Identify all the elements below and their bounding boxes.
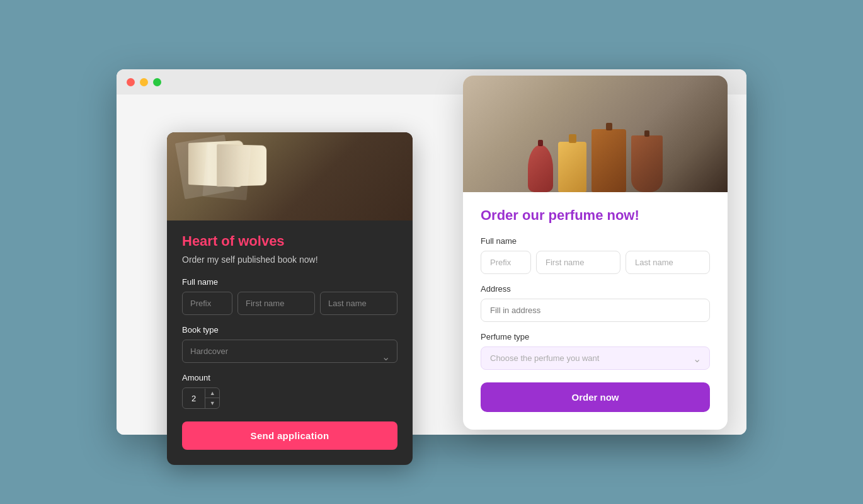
traffic-light-red[interactable] (127, 78, 135, 86)
perfume-firstname-input[interactable] (536, 251, 620, 274)
perfume-type-select[interactable]: Choose the perfume you want Floral Woody… (481, 346, 710, 370)
browser-window: Heart of wolves Order my self published … (117, 69, 746, 435)
perfume-address-input[interactable] (481, 299, 710, 322)
perfume-type-select-wrapper: Choose the perfume you want Floral Woody… (481, 346, 710, 370)
perfume-title: Order our perfume now! (481, 207, 710, 224)
bottle-3 (631, 135, 663, 192)
perfume-bottles-illustration (528, 129, 663, 192)
amount-stepper-buttons: ▲ ▼ (205, 388, 219, 408)
perfume-full-name-label: Full name (481, 236, 710, 246)
send-application-button[interactable]: Send application (182, 421, 397, 450)
traffic-light-yellow[interactable] (140, 78, 148, 86)
book-title: Heart of wolves (182, 233, 397, 249)
book-subtitle: Order my self published book now! (182, 255, 397, 265)
perfume-address-label: Address (481, 284, 710, 294)
book-type-select[interactable]: Hardcover Softcover (182, 340, 397, 363)
perfume-form-card: Order our perfume now! Full name Address… (463, 76, 728, 430)
amount-decrement-button[interactable]: ▼ (205, 398, 219, 408)
book-firstname-input[interactable] (237, 292, 315, 315)
traffic-light-green[interactable] (153, 78, 161, 86)
perfume-name-fields-group (481, 251, 710, 274)
book-lastname-input[interactable] (320, 292, 397, 315)
book-prefix-input[interactable] (182, 292, 232, 315)
bottle-2 (592, 129, 626, 192)
perfume-prefix-input[interactable] (481, 251, 531, 274)
bottle-1 (558, 142, 586, 192)
perfume-type-label: Perfume type (481, 332, 710, 341)
book-card-body: Heart of wolves Order my self published … (167, 220, 413, 465)
perfume-lastname-input[interactable] (626, 251, 710, 274)
book-form-card: Heart of wolves Order my self published … (167, 132, 413, 465)
book-card-image (167, 132, 413, 220)
browser-content: Heart of wolves Order my self published … (117, 94, 746, 435)
amount-value: 2 (183, 389, 205, 408)
amount-increment-button[interactable]: ▲ (205, 388, 219, 398)
book-type-select-wrapper: Hardcover Softcover (182, 340, 397, 373)
book-pages-illustration (186, 142, 249, 192)
book-type-label: Book type (182, 325, 397, 335)
name-fields-group (182, 292, 397, 315)
amount-stepper-group: 2 ▲ ▼ (182, 387, 220, 409)
perfume-card-image (463, 76, 728, 192)
amount-label: Amount (182, 373, 397, 382)
order-now-button[interactable]: Order now (481, 382, 710, 412)
bottle-4 (528, 145, 553, 192)
perfume-card-body: Order our perfume now! Full name Address… (463, 192, 728, 430)
full-name-label: Full name (182, 277, 397, 287)
